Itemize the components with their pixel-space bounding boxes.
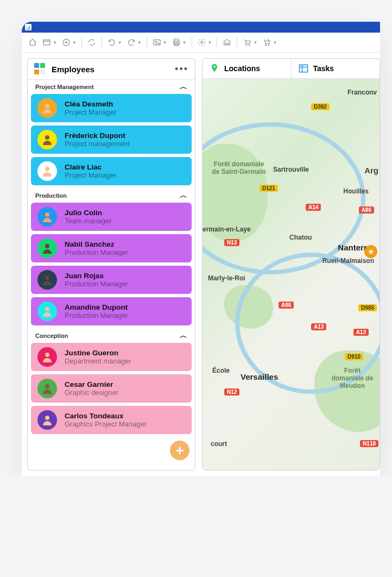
map-label: Marly-le-Roi [208, 274, 245, 282]
cart-icon[interactable] [241, 36, 254, 49]
map-label: Forêt domaniale de Meudon [328, 367, 377, 390]
map-label: Sartrouville [273, 166, 309, 173]
employee-name: Claire Liac [65, 163, 116, 171]
road-badge: A13 [353, 329, 369, 336]
road-badge: D910 [345, 353, 363, 360]
app-window: 📊 ▼ ▼ ▼ ▼ ▼ ▼ ▼ ▼ ▼ Employees • [22, 22, 380, 476]
image-icon[interactable] [150, 36, 163, 49]
employee-name: Carlos Tondeaux [65, 412, 147, 420]
group-cards: Julio Colin Team manager Nabil Sanchez P… [28, 203, 195, 329]
chevron-up-icon: ︿ [180, 191, 187, 200]
undo-icon[interactable] [105, 36, 118, 49]
road-badge: A13 [311, 323, 326, 330]
map-city: Versailles [241, 372, 278, 381]
road-badge: N12 [224, 388, 239, 396]
employee-card[interactable]: Nabil Sanchez Production Manager [31, 234, 192, 262]
svg-point-13 [265, 45, 266, 46]
cart-arrow-icon[interactable] [260, 36, 273, 49]
map-view[interactable]: Franconv Sartrouville Arg Houilles Rueil… [203, 79, 380, 470]
add-employee-button[interactable]: + [170, 441, 189, 460]
map-label: court [211, 440, 227, 448]
add-icon[interactable] [60, 36, 73, 49]
road-badge: D392 [311, 103, 330, 110]
employee-role: Project management [65, 140, 130, 148]
employee-role: Project Manager [65, 108, 116, 116]
group-name: Conception [35, 333, 68, 339]
toolbar-separator [192, 37, 192, 48]
road-badge: A86 [359, 206, 374, 214]
svg-point-6 [155, 41, 156, 43]
svg-point-14 [269, 45, 269, 46]
employee-card[interactable]: Fréderick Dupont Project management [31, 126, 192, 154]
dropdown-caret-icon: ▼ [182, 40, 187, 45]
chevron-up-icon: ︿ [180, 82, 187, 92]
employee-card[interactable]: Justine Gueron Department manager [31, 343, 192, 371]
map-marker-star[interactable]: ★ [364, 245, 377, 258]
map-pin-icon [209, 63, 220, 74]
avatar [37, 207, 57, 227]
employee-info: Juan Rojas Production Manager [65, 272, 128, 288]
svg-rect-26 [299, 65, 307, 72]
dropdown-caret-icon: ▼ [53, 40, 57, 45]
avatar [37, 239, 57, 258]
employee-role: Production Manager [65, 311, 128, 319]
employee-card[interactable]: Cesar Garnier Graphic designer [31, 374, 192, 403]
app-icon: 📊 [25, 24, 31, 30]
employee-name: Cesar Garnier [65, 380, 118, 388]
employee-name: Nabil Sanchez [65, 240, 128, 248]
employee-info: Carlos Tondeaux Graphics Project Manager [65, 412, 147, 428]
group-cards: Justine Gueron Department manager Cesar … [28, 343, 195, 437]
panel-title: Employees [52, 65, 169, 74]
dropdown-caret-icon: ▼ [72, 40, 77, 45]
tab-tasks[interactable]: Tasks [292, 59, 380, 78]
grid-icon [34, 63, 46, 75]
panel-more-button[interactable]: ••• [175, 64, 188, 75]
svg-point-17 [45, 167, 49, 171]
employee-role: Team manager [65, 217, 112, 225]
group-header[interactable]: Production︿ [28, 189, 195, 203]
employee-card[interactable]: Cléa Desmeth Project Manager [31, 94, 192, 122]
refresh-icon[interactable] [85, 36, 98, 49]
employee-card[interactable]: Carlos Tondeaux Graphics Project Manager [31, 406, 192, 434]
settings-icon[interactable] [195, 36, 208, 49]
redo-icon[interactable] [125, 36, 138, 49]
groups-container: Project Management︿ Cléa Desmeth Project… [28, 80, 195, 437]
bank-icon[interactable] [220, 36, 233, 49]
svg-point-16 [45, 135, 49, 140]
employee-info: Cléa Desmeth Project Manager [65, 100, 116, 116]
map-label: ermain-en-Laye [203, 225, 251, 233]
print-icon[interactable] [170, 36, 183, 49]
avatar [37, 410, 57, 430]
road-badge: A14 [306, 204, 321, 211]
main-body: Employees ••• Project Management︿ Cléa D… [22, 53, 380, 476]
employee-card[interactable]: Amandine Dupont Production Manager [31, 297, 192, 325]
employee-card[interactable]: Juan Rojas Production Manager [31, 266, 192, 294]
avatar [37, 130, 57, 149]
window-layout-icon[interactable] [40, 36, 53, 49]
employee-role: Department manager [65, 357, 131, 365]
tab-locations[interactable]: Locations [203, 59, 292, 78]
employee-role: Project Manager [65, 171, 116, 179]
employee-info: Fréderick Dupont Project management [65, 131, 130, 148]
employee-card[interactable]: Julio Colin Team manager [31, 203, 192, 231]
dropdown-caret-icon: ▼ [137, 40, 142, 45]
toolbar-separator [102, 37, 102, 48]
avatar [37, 347, 57, 367]
employee-role: Production Manager [65, 248, 128, 256]
main-toolbar: ▼ ▼ ▼ ▼ ▼ ▼ ▼ ▼ ▼ [22, 33, 380, 53]
map-label: Forêt domaniale de Saint-Germain [209, 160, 269, 175]
toolbar-separator [237, 37, 237, 48]
svg-point-22 [45, 353, 49, 357]
employee-card[interactable]: Claire Liac Project Manager [31, 157, 192, 185]
map-label: École [212, 367, 230, 374]
svg-point-20 [45, 275, 49, 280]
group-name: Production [35, 192, 67, 199]
group-header[interactable]: Project Management︿ [28, 80, 195, 94]
employee-info: Julio Colin Team manager [65, 209, 112, 225]
road-badge: N118 [360, 440, 378, 447]
home-icon[interactable] [26, 36, 39, 49]
employee-role: Graphics Project Manager [65, 420, 147, 428]
svg-point-10 [201, 41, 203, 43]
toolbar-separator [147, 37, 147, 48]
group-header[interactable]: Conception︿ [28, 329, 195, 343]
